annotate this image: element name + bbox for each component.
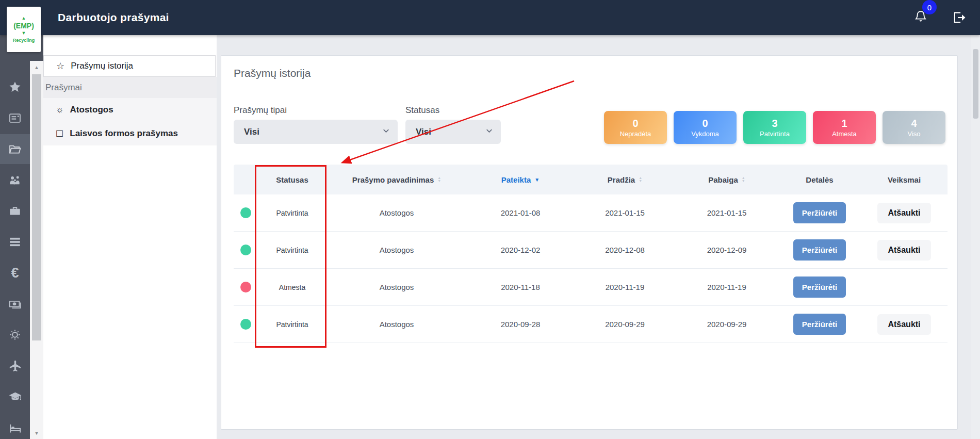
badge-label: Nepradėta	[620, 130, 651, 138]
scroll-up-icon[interactable]: ▲	[30, 64, 43, 70]
cell-name: Atostogos	[327, 208, 466, 217]
company-logo[interactable]: ▲ (EMP) ▼ Recycling	[7, 7, 41, 52]
sort-icon[interactable]: ▲▼	[437, 176, 441, 183]
view-button[interactable]: Peržiūrėti	[793, 202, 846, 223]
sidebar-item-graduation-cap[interactable]	[0, 382, 30, 412]
cell-end: 2021-01-15	[675, 208, 778, 217]
table-row: Patvirtinta Atostogos 2021-01-08 2021-01…	[234, 194, 948, 232]
sidebar-item-sun[interactable]	[0, 320, 30, 350]
checkbox-icon: ☐	[56, 128, 63, 139]
cancel-button[interactable]: Atšaukti	[877, 203, 930, 223]
logo-text: (EMP)	[13, 22, 34, 29]
notifications-button[interactable]: 0	[913, 9, 928, 26]
cell-end: 2020-11-19	[675, 283, 778, 291]
banknote-icon	[8, 297, 22, 311]
badge-label: Patvirtinta	[760, 130, 790, 138]
requests-table: Statusas Prašymo pavadinimas ▲▼ Pateikta…	[234, 165, 948, 343]
bell-icon	[913, 18, 928, 27]
bed-icon	[8, 421, 22, 435]
badge-count: 0	[702, 118, 708, 129]
cancel-button[interactable]: Atšaukti	[877, 314, 930, 335]
badge-label: Atmesta	[832, 130, 857, 138]
table-row: Patvirtinta Atostogos 2020-12-02 2020-12…	[234, 232, 948, 269]
sidebar-item-bed[interactable]	[0, 413, 30, 439]
sidebar-item-card[interactable]	[0, 103, 30, 133]
cell-start: 2021-01-15	[575, 208, 675, 217]
list-icon	[8, 235, 22, 249]
euro-icon: €	[11, 266, 19, 280]
cell-start: 2020-11-19	[575, 283, 675, 291]
star-outline-icon: ☆	[56, 60, 64, 72]
header-details: Detalės	[778, 175, 861, 184]
sun-icon	[8, 328, 22, 342]
people-icon	[8, 173, 22, 187]
sort-icon[interactable]: ▲▼	[742, 176, 745, 183]
sun-outline-icon: ☼	[56, 105, 64, 115]
header-submitted[interactable]: Pateikta ▼	[466, 175, 575, 184]
menu-scrollbar-thumb[interactable]	[32, 74, 41, 340]
menu-item-label: Laisvos formos prašymas	[70, 128, 178, 139]
badge-vykdoma[interactable]: 0 Vykdoma	[674, 111, 737, 144]
briefcase-icon	[8, 204, 22, 218]
status-dot	[240, 319, 251, 330]
badge-count: 1	[841, 118, 847, 129]
icon-sidebar: €	[0, 35, 30, 439]
star-icon	[8, 80, 22, 94]
header-start[interactable]: Pradžia ▲▼	[575, 175, 675, 184]
page-scrollbar-thumb[interactable]	[973, 49, 978, 119]
sort-icon[interactable]: ▲▼	[639, 176, 642, 183]
logo-subtext: Recycling	[13, 38, 35, 43]
sidebar-item-folder[interactable]	[0, 134, 30, 164]
badge-count: 4	[911, 118, 917, 129]
sidebar-item-people[interactable]	[0, 165, 30, 195]
badge-atmesta[interactable]: 1 Atmesta	[813, 111, 876, 144]
sidebar-item-briefcase[interactable]	[0, 196, 30, 226]
cell-submitted: 2020-09-28	[466, 320, 575, 329]
sidebar-item-plane[interactable]	[0, 351, 30, 381]
page-scrollbar[interactable]	[971, 35, 980, 439]
cell-name: Atostogos	[327, 246, 466, 254]
scroll-down-icon[interactable]: ▼	[30, 430, 43, 436]
view-button[interactable]: Peržiūrėti	[793, 277, 846, 298]
sidebar-item-euro[interactable]: €	[0, 258, 30, 288]
logo-up-arrow-icon: ▲	[22, 16, 26, 21]
annotation-arrow	[325, 72, 583, 173]
menu-section-header: Prašymai	[43, 77, 217, 98]
menu-item-label: Atostogos	[70, 105, 113, 115]
cell-end: 2020-12-09	[675, 246, 778, 254]
table-row: Patvirtinta Atostogos 2020-09-28 2020-09…	[234, 306, 948, 343]
cell-end: 2020-09-29	[675, 320, 778, 329]
menu-item-history[interactable]: ☆ Prašymų istorija	[43, 55, 216, 77]
menu-item-laisvos-formos[interactable]: ☐ Laisvos formos prašymas	[43, 122, 217, 145]
badge-nepradeta[interactable]: 0 Nepradėta	[604, 111, 667, 144]
view-button[interactable]: Peržiūrėti	[793, 314, 846, 335]
sidebar-item-list[interactable]	[0, 227, 30, 257]
cell-submitted: 2020-11-18	[466, 283, 575, 291]
header-end[interactable]: Pabaiga ▲▼	[675, 175, 778, 184]
menu-item-label: Prašymų istorija	[71, 61, 133, 71]
menu-panel: ☆ Prašymų istorija Prašymai ☼ Atostogos …	[43, 35, 217, 439]
badge-patvirtinta[interactable]: 3 Patvirtinta	[743, 111, 806, 144]
badge-count: 3	[772, 118, 777, 129]
notification-count-badge: 0	[922, 0, 937, 14]
header-name[interactable]: Prašymo pavadinimas ▲▼	[327, 175, 466, 184]
sidebar-item-star[interactable]	[0, 72, 30, 102]
filter-type-label: Prašymų tipai	[234, 105, 287, 116]
view-button[interactable]: Peržiūrėti	[793, 239, 846, 261]
menu-scrollbar[interactable]: ▲ ▼	[30, 35, 43, 439]
badge-count: 0	[632, 118, 638, 129]
cancel-button[interactable]: Atšaukti	[877, 240, 930, 261]
badge-viso[interactable]: 4 Viso	[883, 111, 945, 144]
top-bar: Darbuotojo prašymai 0	[0, 0, 980, 35]
logo-down-arrow-icon: ▼	[22, 31, 26, 36]
cell-start: 2020-12-08	[575, 246, 675, 254]
header-actions: Veiksmai	[861, 175, 948, 184]
select-value: Visi	[244, 127, 259, 137]
logout-button[interactable]	[950, 10, 968, 25]
sidebar-item-banknote[interactable]	[0, 289, 30, 319]
cell-name: Atostogos	[327, 320, 466, 329]
sort-desc-icon[interactable]: ▼	[534, 177, 540, 183]
menu-item-atostogos[interactable]: ☼ Atostogos	[43, 98, 217, 122]
app-title: Darbuotojo prašymai	[58, 11, 169, 24]
table-row: Atmesta Atostogos 2020-11-18 2020-11-19 …	[234, 269, 948, 306]
